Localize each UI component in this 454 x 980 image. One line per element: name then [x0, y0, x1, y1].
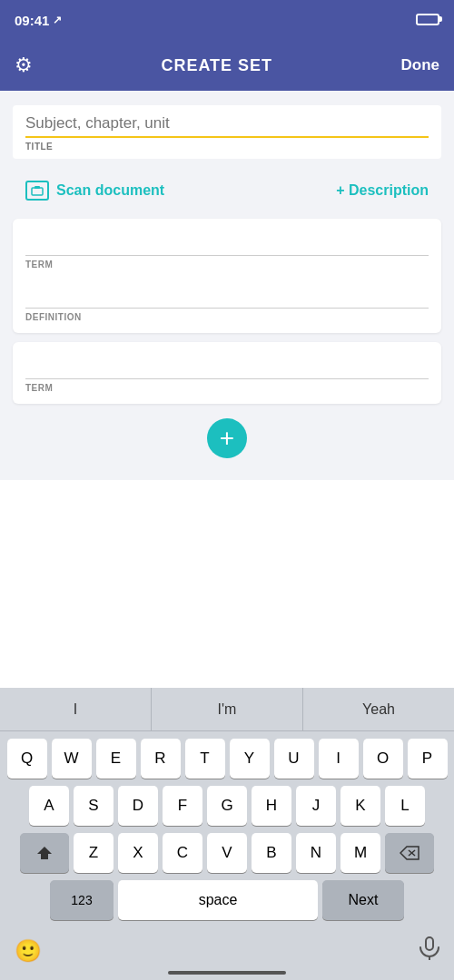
key-y[interactable]: Y — [230, 739, 270, 779]
title-underline — [25, 136, 429, 138]
key-x[interactable]: X — [118, 833, 158, 873]
svg-rect-1 — [35, 186, 40, 189]
term-underline-2 — [25, 378, 429, 379]
key-row-bottom: 123 space Next — [3, 880, 451, 920]
key-l[interactable]: L — [385, 786, 425, 826]
term-label-2: TERM — [25, 383, 429, 393]
key-k[interactable]: K — [340, 786, 380, 826]
shift-key[interactable] — [20, 833, 69, 873]
key-u[interactable]: U — [274, 739, 314, 779]
key-rows: Q W E R T Y U I O P A S D F G H J K L — [0, 731, 454, 931]
key-p[interactable]: P — [408, 739, 448, 779]
key-g[interactable]: G — [207, 786, 247, 826]
key-a[interactable]: A — [29, 786, 69, 826]
action-row: Scan document + Description — [13, 172, 441, 210]
key-t[interactable]: T — [185, 739, 225, 779]
time-label: 09:41 — [15, 13, 49, 28]
key-n[interactable]: N — [296, 833, 336, 873]
done-button[interactable]: Done — [401, 56, 440, 74]
battery-icon — [416, 13, 439, 28]
scan-document-button[interactable]: Scan document — [25, 181, 164, 201]
definition-input-1[interactable] — [25, 286, 429, 302]
key-o[interactable]: O — [363, 739, 403, 779]
main-content: TITLE Scan document + Description TERM D… — [0, 91, 454, 480]
title-section: TITLE — [13, 105, 441, 159]
status-time: 09:41 ↗ — [15, 13, 62, 28]
add-button-row: + — [13, 418, 441, 458]
term-label: TERM — [25, 260, 429, 270]
key-r[interactable]: R — [141, 739, 181, 779]
space-key[interactable]: space — [118, 880, 318, 920]
delete-key[interactable] — [385, 833, 434, 873]
key-i[interactable]: I — [319, 739, 359, 779]
term-definition-card: TERM DEFINITION — [13, 219, 441, 333]
key-m[interactable]: M — [340, 833, 380, 873]
predictive-item-3[interactable]: Yeah — [303, 688, 454, 730]
scan-icon — [25, 181, 49, 201]
next-key[interactable]: Next — [322, 880, 404, 920]
title-input[interactable] — [25, 114, 429, 132]
key-h[interactable]: H — [252, 786, 291, 826]
emoji-icon[interactable]: 🙂 — [15, 938, 42, 964]
numbers-key[interactable]: 123 — [50, 880, 114, 920]
key-v[interactable]: V — [207, 833, 247, 873]
add-card-button[interactable]: + — [207, 418, 247, 458]
key-row-2: A S D F G H J K L — [3, 786, 451, 826]
status-right — [416, 13, 439, 28]
key-w[interactable]: W — [52, 739, 92, 779]
key-j[interactable]: J — [296, 786, 336, 826]
home-indicator — [168, 971, 286, 975]
key-e[interactable]: E — [96, 739, 136, 779]
predictive-bar: I I'm Yeah — [0, 688, 454, 731]
term-input-1[interactable] — [25, 233, 429, 250]
scan-label: Scan document — [56, 182, 164, 199]
app-header: ⚙ CREATE SET Done — [0, 40, 454, 91]
page-title: CREATE SET — [161, 56, 272, 75]
keyboard: I I'm Yeah Q W E R T Y U I O P A S D F G… — [0, 688, 454, 980]
term-card-2: TERM — [13, 342, 441, 404]
term-underline — [25, 255, 429, 256]
description-button[interactable]: + Description — [336, 182, 429, 199]
key-row-1: Q W E R T Y U I O P — [3, 739, 451, 779]
predictive-item-2[interactable]: I'm — [152, 688, 303, 730]
title-label: TITLE — [25, 142, 429, 152]
svg-rect-4 — [426, 937, 433, 950]
key-row-3: Z X C V B N M — [3, 833, 451, 873]
key-q[interactable]: Q — [7, 739, 47, 779]
key-f[interactable]: F — [163, 786, 202, 826]
signal-icon: ↗ — [53, 14, 62, 26]
key-z[interactable]: Z — [74, 833, 114, 873]
definition-underline — [25, 308, 429, 309]
key-s[interactable]: S — [74, 786, 114, 826]
definition-label: DEFINITION — [25, 312, 429, 322]
predictive-item-1[interactable]: I — [0, 688, 152, 730]
status-bar: 09:41 ↗ — [0, 0, 454, 40]
battery-indicator — [416, 14, 439, 25]
svg-rect-0 — [32, 188, 43, 195]
key-c[interactable]: C — [163, 833, 202, 873]
settings-icon[interactable]: ⚙ — [15, 54, 33, 77]
key-d[interactable]: D — [118, 786, 158, 826]
microphone-icon[interactable] — [419, 936, 439, 965]
key-b[interactable]: B — [252, 833, 291, 873]
term-input-2[interactable] — [25, 357, 429, 373]
